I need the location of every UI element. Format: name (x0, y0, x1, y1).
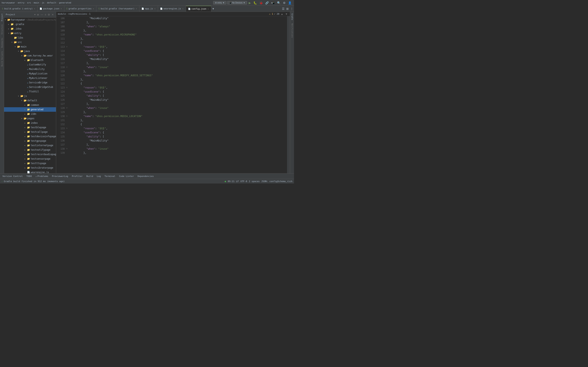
code-line-136[interactable]: "MainAbility" (72, 139, 285, 143)
tree-item-main[interactable]: ▼📂main (4, 44, 56, 49)
code-line-112[interactable]: { (72, 41, 285, 45)
code-line-117[interactable]: ], (72, 61, 285, 65)
code-line-116[interactable]: "MainAbility" (72, 57, 285, 61)
tree-item-testnotifypage[interactable]: ▶📁testnotifypage (4, 148, 56, 152)
module-breadcrumb[interactable]: module (58, 13, 66, 15)
code-line-135[interactable]: "ability": [ (72, 134, 285, 139)
bottom-tab-build[interactable]: Build (85, 174, 95, 178)
breadcrumb-harveywear[interactable]: harveywear (2, 1, 15, 4)
tree-item-TtsUtil[interactable]: ☕TtsUtil (4, 89, 56, 94)
settings-button[interactable]: ⚙ (282, 1, 286, 5)
tree-item-ServiceBridgeStub[interactable]: ☕ServiceBridgeStub (4, 85, 56, 89)
tree-item-testdeviceinfopage[interactable]: ▶📁testdeviceinfopage (4, 134, 56, 139)
breadcrumb-generated[interactable]: generated (59, 1, 71, 4)
code-line-107[interactable]: ], (72, 20, 285, 25)
no-devices-button[interactable]: 📱 No Devices ▼ (227, 1, 247, 4)
code-line-133[interactable]: "reason": "录音", (72, 126, 285, 131)
tab-package-json[interactable]: 📄 package.json ✕ (38, 6, 64, 12)
account-button[interactable]: 👤 (287, 1, 292, 5)
tree-item-libs[interactable]: 📁libs (4, 35, 56, 40)
tab-build-gradle-harveywear[interactable]: G build.gradle (harveywear) ✕ (96, 6, 139, 12)
code-line-111[interactable]: }, (72, 37, 285, 41)
bottom-tab-todo[interactable]: TODO (25, 174, 34, 178)
indent-setting[interactable]: 2 spaces (249, 180, 260, 183)
tree-item-testsensorpage[interactable]: ▶📁testsensorpage (4, 157, 56, 161)
tree-item-testcallpage[interactable]: ▶📁testcallpage (4, 130, 56, 134)
code-line-121[interactable]: }, (72, 77, 285, 82)
code-line-124[interactable]: "usedScene": { (72, 90, 285, 94)
tree-item-testrecordaudiopage[interactable]: ▶📁testrecordaudiopage (4, 152, 56, 157)
ok-dot[interactable]: ● (225, 180, 226, 183)
bottom-tab-code_linter[interactable]: Code Linter (117, 174, 136, 178)
tree-item-default[interactable]: ▼📂default (4, 98, 56, 103)
side-project-icon[interactable]: Project (1, 12, 3, 23)
search-button[interactable]: 🔍 (276, 1, 281, 5)
tree-item-gradle[interactable]: ▶📁.gradle (4, 22, 56, 26)
tree-item-pages[interactable]: ▼📂pages (4, 116, 56, 121)
code-line-115[interactable]: "ability": [ (72, 53, 285, 57)
tab-close-package-json[interactable]: ✕ (61, 8, 62, 10)
code-line-114[interactable]: "usedScene": { (72, 49, 285, 53)
split-editor-button[interactable]: ⊞ (285, 7, 290, 11)
next-warning-button[interactable]: ▼ (285, 12, 288, 16)
encoding[interactable]: UTF-8 (241, 180, 247, 183)
device-manager-button[interactable]: 📲 (270, 1, 276, 5)
tree-item-js[interactable]: ▼📂js (4, 94, 56, 98)
attach-debugger-button[interactable]: 🔗 (264, 1, 269, 5)
code-line-108[interactable]: "when": "always" (72, 25, 285, 29)
run-with-coverage-button[interactable]: 🐞 (259, 1, 264, 5)
line-ending[interactable]: LF (236, 180, 239, 183)
expand-all-button[interactable]: ≡ (44, 13, 47, 16)
breadcrumb-js[interactable]: js (42, 1, 44, 4)
bottom-tab-log[interactable]: Log (95, 174, 103, 178)
code-line-120[interactable]: "name": "ohos.permission.MODIFY_AUDIO_SE… (72, 73, 285, 77)
bottom-tab-dependencies[interactable]: Dependencies (136, 174, 155, 178)
entry-config-button[interactable]: ⚙ entry ▼ (213, 1, 226, 4)
code-line-137[interactable]: ], (72, 143, 285, 147)
gradle-panel-icon[interactable]: Gradle (291, 12, 294, 22)
close-panel-button[interactable]: ✕ (51, 13, 54, 16)
code-line-118[interactable]: "when": "inuse" (72, 65, 285, 69)
cursor-position[interactable]: 89:11 (228, 180, 234, 183)
tree-item-CustomNotify[interactable]: ☕CustomNotify (4, 62, 56, 67)
tree-item-harveywear[interactable]: ▼📂harveywear~/DevEcoStudioProjects/harve… (4, 17, 56, 22)
tree-item-src[interactable]: ▼📂src (4, 40, 56, 44)
code-line-109[interactable]: }, (72, 29, 285, 33)
code-line-130[interactable]: "name": "ohos.permission.MEDIA_LOCATION" (72, 114, 285, 118)
tree-item-testvibratorpage[interactable]: ▶📁testvibratorpage (4, 166, 56, 170)
code-editor[interactable]: "MainAbility" ], "when": "always" }, "na… (70, 16, 287, 173)
bottom-tab-terminal[interactable]: Terminal (103, 174, 117, 178)
bottom-tab-problems[interactable]: ⚠Problems (34, 174, 50, 178)
side-structure-icon[interactable]: Structure (1, 23, 3, 36)
tab-close-wearengine-js[interactable]: ✕ (182, 8, 184, 10)
side-build-variants-icon[interactable]: Build Variants (1, 49, 3, 68)
tree-item-index[interactable]: ▶📁index (4, 121, 56, 125)
tree-item-bluetooth[interactable]: ▶📁bluetooth (4, 58, 56, 62)
tab-gradle-properties[interactable]: G gradle.properties ✕ (64, 6, 96, 12)
code-line-110[interactable]: "name": "ohos.permission.MICROPHONE" (72, 33, 285, 37)
tree-item-entry[interactable]: ▼📂entry (4, 31, 56, 35)
run-button[interactable]: ▶ (248, 1, 252, 5)
tab-close-config-json[interactable]: ✕ (208, 8, 209, 10)
tree-item-com_harvey_hw_wear[interactable]: ▼📂com.harvey.hw.wear (4, 53, 56, 58)
tab-wearengine-js[interactable]: 📄 wearengine.js ✕ (158, 6, 186, 12)
prev-warning-button[interactable]: ▲ (280, 12, 284, 16)
reqpermissions-breadcrumb[interactable]: reqPermissions (68, 13, 87, 15)
collapse-all-button[interactable]: — (40, 13, 44, 16)
more-tab-actions-button[interactable]: ⋮ (290, 7, 294, 11)
tab-close-gradle-properties[interactable]: ✕ (93, 8, 94, 10)
code-line-134[interactable]: "usedScene": { (72, 131, 285, 134)
tree-item-MyApplication[interactable]: ☕MyApplication (4, 71, 56, 76)
tree-item-common[interactable]: ▶📁common (4, 103, 56, 107)
tab-close-build-gradle-harveywear[interactable]: ✕ (136, 8, 137, 10)
tree-item-testgpspage[interactable]: ▶📁testgpspage (4, 139, 56, 143)
code-line-127[interactable]: ], (72, 102, 285, 106)
tree-item-MyAsrListener[interactable]: ☕MyAsrListener (4, 76, 56, 80)
debug-button[interactable]: 🐛 (252, 1, 258, 5)
tab-list-button[interactable]: ☰ (281, 7, 285, 11)
tree-item-wearengine_js_file[interactable]: 📄wearengine.js (4, 170, 56, 173)
breadcrumb-entry[interactable]: entry (18, 1, 25, 4)
code-line-128[interactable]: "when": "inuse" (72, 106, 285, 110)
code-line-125[interactable]: "ability": [ (72, 94, 285, 98)
code-line-123[interactable]: "reason": "录音", (72, 86, 285, 90)
